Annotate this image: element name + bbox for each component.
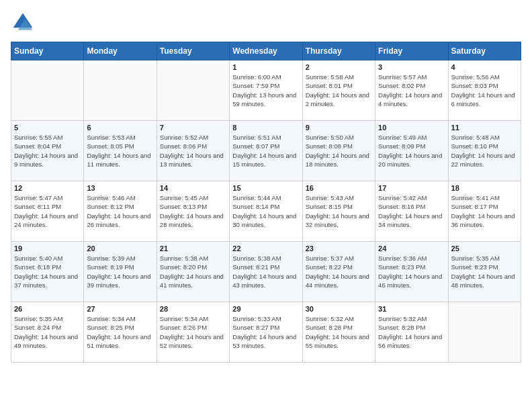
calendar-cell: 30Sunrise: 5:32 AMSunset: 8:28 PMDayligh…	[302, 302, 375, 363]
day-number: 23	[306, 244, 372, 253]
calendar-cell: 11Sunrise: 5:48 AMSunset: 8:10 PMDayligh…	[448, 121, 521, 181]
logo-icon	[11, 11, 35, 35]
calendar-cell: 7Sunrise: 5:52 AMSunset: 8:06 PMDaylight…	[157, 121, 229, 181]
day-number: 25	[451, 244, 518, 253]
calendar-cell: 14Sunrise: 5:45 AMSunset: 8:13 PMDayligh…	[157, 181, 229, 242]
calendar-body: 1Sunrise: 6:00 AMSunset: 7:59 PMDaylight…	[11, 60, 521, 363]
day-info: Sunrise: 5:46 AMSunset: 8:12 PMDaylight:…	[87, 193, 153, 229]
day-info: Sunrise: 6:00 AMSunset: 7:59 PMDaylight:…	[232, 73, 299, 108]
day-number: 21	[160, 244, 226, 253]
day-info: Sunrise: 5:35 AMSunset: 8:23 PMDaylight:…	[451, 254, 518, 289]
day-number: 11	[451, 124, 518, 132]
calendar-week-row: 19Sunrise: 5:40 AMSunset: 8:18 PMDayligh…	[11, 242, 521, 302]
day-number: 17	[378, 184, 445, 192]
calendar-cell: 25Sunrise: 5:35 AMSunset: 8:23 PMDayligh…	[448, 242, 521, 302]
calendar-cell: 24Sunrise: 5:36 AMSunset: 8:23 PMDayligh…	[375, 242, 448, 302]
calendar-cell: 29Sunrise: 5:33 AMSunset: 8:27 PMDayligh…	[230, 302, 302, 363]
day-info: Sunrise: 5:48 AMSunset: 8:10 PMDaylight:…	[451, 133, 518, 169]
day-info: Sunrise: 5:57 AMSunset: 8:02 PMDaylight:…	[378, 73, 445, 108]
day-number: 14	[160, 184, 226, 192]
calendar-cell: 5Sunrise: 5:55 AMSunset: 8:04 PMDaylight…	[11, 121, 84, 181]
day-number: 10	[378, 124, 445, 132]
calendar-table: SundayMondayTuesdayWednesdayThursdayFrid…	[11, 42, 521, 363]
day-info: Sunrise: 5:36 AMSunset: 8:23 PMDaylight:…	[378, 254, 445, 289]
day-info: Sunrise: 5:41 AMSunset: 8:17 PMDaylight:…	[451, 193, 518, 229]
calendar-header: SundayMondayTuesdayWednesdayThursdayFrid…	[11, 42, 521, 60]
weekday-header: Wednesday	[230, 42, 302, 60]
day-number: 19	[14, 244, 81, 253]
calendar-week-row: 12Sunrise: 5:47 AMSunset: 8:11 PMDayligh…	[11, 181, 521, 242]
day-info: Sunrise: 5:32 AMSunset: 8:28 PMDaylight:…	[378, 314, 445, 350]
calendar-cell: 22Sunrise: 5:38 AMSunset: 8:21 PMDayligh…	[230, 242, 302, 302]
calendar-cell: 26Sunrise: 5:35 AMSunset: 8:24 PMDayligh…	[11, 302, 84, 363]
calendar-week-row: 1Sunrise: 6:00 AMSunset: 7:59 PMDaylight…	[11, 60, 521, 121]
calendar-cell: 20Sunrise: 5:39 AMSunset: 8:19 PMDayligh…	[84, 242, 157, 302]
calendar-cell: 31Sunrise: 5:32 AMSunset: 8:28 PMDayligh…	[375, 302, 448, 363]
day-info: Sunrise: 5:52 AMSunset: 8:06 PMDaylight:…	[160, 133, 226, 169]
calendar-cell: 13Sunrise: 5:46 AMSunset: 8:12 PMDayligh…	[84, 181, 157, 242]
day-number: 4	[451, 63, 518, 71]
calendar-cell: 8Sunrise: 5:51 AMSunset: 8:07 PMDaylight…	[230, 121, 302, 181]
day-number: 6	[87, 124, 153, 132]
calendar-cell: 3Sunrise: 5:57 AMSunset: 8:02 PMDaylight…	[375, 60, 448, 121]
day-number: 15	[232, 184, 299, 192]
calendar-cell: 1Sunrise: 6:00 AMSunset: 7:59 PMDaylight…	[230, 60, 302, 121]
calendar-cell: 17Sunrise: 5:42 AMSunset: 8:16 PMDayligh…	[375, 181, 448, 242]
page-header	[11, 11, 521, 35]
weekday-header: Tuesday	[157, 42, 229, 60]
day-info: Sunrise: 5:47 AMSunset: 8:11 PMDaylight:…	[14, 193, 81, 229]
calendar-cell: 6Sunrise: 5:53 AMSunset: 8:05 PMDaylight…	[84, 121, 157, 181]
day-info: Sunrise: 5:37 AMSunset: 8:22 PMDaylight:…	[306, 254, 372, 289]
day-number: 8	[232, 124, 299, 132]
day-info: Sunrise: 5:38 AMSunset: 8:20 PMDaylight:…	[160, 254, 226, 289]
day-number: 28	[160, 305, 226, 313]
day-info: Sunrise: 5:49 AMSunset: 8:09 PMDaylight:…	[378, 133, 445, 169]
day-info: Sunrise: 5:58 AMSunset: 8:01 PMDaylight:…	[306, 73, 372, 108]
day-number: 27	[87, 305, 153, 313]
day-info: Sunrise: 5:39 AMSunset: 8:19 PMDaylight:…	[87, 254, 153, 289]
day-info: Sunrise: 5:34 AMSunset: 8:25 PMDaylight:…	[87, 314, 153, 350]
calendar-cell	[11, 60, 84, 121]
logo	[11, 11, 38, 35]
calendar-cell: 9Sunrise: 5:50 AMSunset: 8:08 PMDaylight…	[302, 121, 375, 181]
day-number: 7	[160, 124, 226, 132]
weekday-header: Sunday	[11, 42, 84, 60]
day-info: Sunrise: 5:56 AMSunset: 8:03 PMDaylight:…	[451, 73, 518, 108]
calendar-cell: 10Sunrise: 5:49 AMSunset: 8:09 PMDayligh…	[375, 121, 448, 181]
day-info: Sunrise: 5:50 AMSunset: 8:08 PMDaylight:…	[306, 133, 372, 169]
calendar-cell	[448, 302, 521, 363]
day-number: 20	[87, 244, 153, 253]
day-number: 31	[378, 305, 445, 313]
day-info: Sunrise: 5:34 AMSunset: 8:26 PMDaylight:…	[160, 314, 226, 350]
day-number: 26	[14, 305, 81, 313]
calendar-cell: 19Sunrise: 5:40 AMSunset: 8:18 PMDayligh…	[11, 242, 84, 302]
day-info: Sunrise: 5:35 AMSunset: 8:24 PMDaylight:…	[14, 314, 81, 350]
calendar-cell	[84, 60, 157, 121]
calendar-cell: 12Sunrise: 5:47 AMSunset: 8:11 PMDayligh…	[11, 181, 84, 242]
day-number: 30	[306, 305, 372, 313]
day-info: Sunrise: 5:38 AMSunset: 8:21 PMDaylight:…	[232, 254, 299, 289]
day-number: 16	[306, 184, 372, 192]
day-number: 9	[306, 124, 372, 132]
day-info: Sunrise: 5:51 AMSunset: 8:07 PMDaylight:…	[232, 133, 299, 169]
day-number: 12	[14, 184, 81, 192]
calendar-cell: 4Sunrise: 5:56 AMSunset: 8:03 PMDaylight…	[448, 60, 521, 121]
day-info: Sunrise: 5:33 AMSunset: 8:27 PMDaylight:…	[232, 314, 299, 350]
weekday-header: Thursday	[302, 42, 375, 60]
calendar-week-row: 5Sunrise: 5:55 AMSunset: 8:04 PMDaylight…	[11, 121, 521, 181]
day-number: 5	[14, 124, 81, 132]
calendar-week-row: 26Sunrise: 5:35 AMSunset: 8:24 PMDayligh…	[11, 302, 521, 363]
calendar-cell: 27Sunrise: 5:34 AMSunset: 8:25 PMDayligh…	[84, 302, 157, 363]
day-info: Sunrise: 5:45 AMSunset: 8:13 PMDaylight:…	[160, 193, 226, 229]
day-number: 2	[306, 63, 372, 71]
calendar-cell: 21Sunrise: 5:38 AMSunset: 8:20 PMDayligh…	[157, 242, 229, 302]
weekday-header: Monday	[84, 42, 157, 60]
calendar-cell: 15Sunrise: 5:44 AMSunset: 8:14 PMDayligh…	[230, 181, 302, 242]
day-info: Sunrise: 5:40 AMSunset: 8:18 PMDaylight:…	[14, 254, 81, 289]
calendar-cell: 16Sunrise: 5:43 AMSunset: 8:15 PMDayligh…	[302, 181, 375, 242]
day-info: Sunrise: 5:53 AMSunset: 8:05 PMDaylight:…	[87, 133, 153, 169]
day-info: Sunrise: 5:42 AMSunset: 8:16 PMDaylight:…	[378, 193, 445, 229]
calendar-cell: 18Sunrise: 5:41 AMSunset: 8:17 PMDayligh…	[448, 181, 521, 242]
day-info: Sunrise: 5:55 AMSunset: 8:04 PMDaylight:…	[14, 133, 81, 169]
day-info: Sunrise: 5:32 AMSunset: 8:28 PMDaylight:…	[306, 314, 372, 350]
